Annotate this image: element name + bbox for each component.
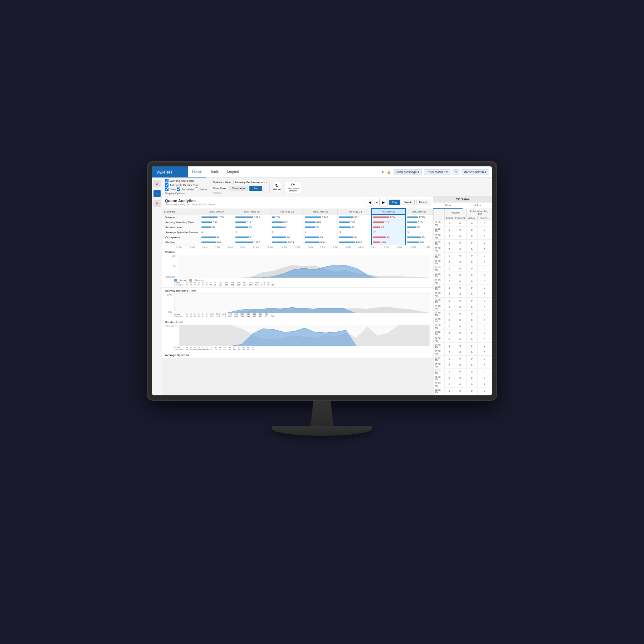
table-row: 03:00 AM 0 0 0 0 [434, 298, 492, 304]
val: 547 [239, 315, 245, 317]
table-row: 05:00 AM 0 0 0 0 [434, 349, 492, 356]
val: 39 [223, 348, 227, 351]
panel-tab-notes[interactable]: Notes [463, 203, 492, 209]
data-checkbox[interactable] [165, 187, 169, 191]
val: 101 [254, 284, 260, 286]
chart-time-axis-header: 12 AM 2 AM 4 AM 6 AM 8 AM 9 AM 10 AM 11 … [162, 245, 433, 249]
refresh-icon: ↻ [382, 170, 385, 174]
vol-actual: 0 [445, 298, 454, 304]
reload-button[interactable]: ↻ Reload [273, 182, 281, 192]
monitor-screen: VERINT Home Tools Legend ↻ 🔒 Send Messag… [152, 166, 492, 395]
next-nav-button[interactable]: ▶ [379, 198, 388, 206]
period-period-btn[interactable]: Period [416, 200, 430, 205]
time-label: 2 AM [190, 246, 195, 249]
time-cell: 02:00 AM [434, 272, 445, 278]
vol-y-min: (Absolute) [165, 275, 176, 278]
admin-button[interactable]: demo2-admin ▾ [462, 169, 489, 175]
row-label-volume: Volume [162, 215, 200, 220]
recalculate-button[interactable]: ⟳ Recalculate Statistics [284, 181, 302, 193]
row-label-sl: Service Level [162, 225, 200, 230]
aht-wed: 518 [303, 220, 338, 225]
val: 52 [228, 348, 232, 351]
panel-sub-forecast2: Foreca... [477, 216, 492, 220]
nav-tab-home[interactable]: Home [188, 166, 206, 177]
stats-view-dropdown[interactable]: Intraday Performance ▾ [233, 180, 267, 185]
time-label: 4 PM [333, 246, 338, 249]
vol-actual: 0 [445, 246, 454, 253]
campaign-tab-btn[interactable]: Campaign [229, 186, 248, 191]
vol-actual: 0 [445, 388, 454, 394]
sidebar-campaign-icon[interactable]: 📢 [153, 180, 161, 187]
sidebar-dates-icon[interactable]: 📅 [153, 200, 161, 207]
summary-checkbox[interactable] [177, 187, 180, 191]
val: 0 [193, 284, 197, 286]
val: 0 [185, 315, 189, 317]
vol-y-max: 100 [165, 255, 176, 257]
panel-sub-time [434, 216, 445, 220]
aht-forecast: 0 [477, 285, 492, 291]
table-row: 12:00 AM 0 0 0 0 [434, 220, 492, 227]
volume-chart-svg [178, 255, 430, 278]
sl-fri: 67 [371, 225, 405, 230]
working-hours-checkbox[interactable] [165, 179, 169, 182]
val: 0 [201, 315, 205, 317]
recalculate-label: Recalculate Statistics [286, 187, 301, 192]
auto-details-checkbox[interactable] [165, 183, 169, 187]
monitor-body: VERINT Home Tools Legend ↻ 🔒 Send Messag… [147, 161, 497, 401]
asa-sat: 3 [405, 230, 433, 235]
val: 27 [209, 284, 213, 286]
panel-data-scroll[interactable]: Volume Activity Handling Time Actual For… [433, 209, 492, 395]
week-period-btn[interactable]: Week [402, 200, 415, 205]
nav-tab-tools[interactable]: Tools [206, 166, 223, 177]
toolbar-divider-1 [210, 182, 210, 192]
table-row: Volume 1534 1825 [162, 215, 433, 220]
row-label-occ: Occupancy [162, 235, 200, 240]
aht-y-mid: 500 [165, 311, 172, 313]
sidebar-queues-icon[interactable]: ≡ [153, 190, 161, 197]
day-period-btn[interactable]: Day [389, 200, 400, 205]
vol-fri2: 1795 [405, 215, 433, 220]
time-cell: 03:45 AM [434, 317, 445, 323]
time-label: 6 AM [215, 246, 220, 249]
time-cell: 03:00 AM [434, 298, 445, 304]
enter-what-if-button[interactable]: Enter What If ▾ [424, 169, 450, 175]
val: 57 [218, 348, 223, 351]
auto-details-label: Automatic Details Pane [170, 184, 199, 187]
val: 91 [209, 348, 213, 351]
trend-checkbox[interactable] [195, 187, 198, 191]
help-button[interactable]: ? [453, 169, 459, 175]
context-label: Context [213, 192, 267, 194]
table-row: 06:15 AM 0 0 0 9 [434, 381, 492, 388]
aht-actual: 0 [466, 240, 477, 246]
val: 36 [241, 348, 246, 351]
vol-forecast: 0 [454, 311, 466, 317]
prev-nav-button[interactable]: ◀ [366, 198, 374, 206]
aht-forecast: 0 [477, 233, 492, 240]
forecast-row-label: Forecast [174, 315, 185, 317]
aht-actual: 0 [466, 311, 477, 317]
aht-actual: 0 [466, 349, 477, 356]
vol-forecast: 0 [454, 291, 466, 298]
panel-tab-data[interactable]: Data [433, 203, 463, 209]
queue-nav: ◀ ● ▶ Day Week Period [366, 198, 430, 206]
panel-sub-actual: Actual [445, 216, 454, 220]
analytics-body: Queue Analytics Tecomm1 | May 24 - May 3… [162, 196, 492, 395]
working-hours-checkbox-row[interactable]: Working hours only [165, 179, 207, 182]
header-right: ↻ 🔒 Send Message ▾ Enter What If ▾ ? dem… [382, 169, 492, 175]
time-cell: 12:45 AM [434, 240, 445, 246]
table-row: 12:30 AM 0 0 0 0 [434, 233, 492, 240]
vol-forecast: 0 [454, 375, 466, 381]
nav-tab-legend[interactable]: Legend [223, 166, 243, 177]
aht-chart-area [174, 293, 430, 313]
vol-tue: 105 [270, 215, 303, 220]
time-label: 10 PM [409, 246, 416, 249]
auto-details-checkbox-row[interactable]: Automatic Details Pane [165, 183, 207, 187]
user-tab-btn[interactable]: User [249, 186, 262, 191]
time-cell: 05:30 AM [434, 362, 445, 369]
display-options-group: Working hours only Automatic Details Pan… [165, 179, 207, 195]
send-message-button[interactable]: Send Message ▾ [393, 169, 422, 175]
aht-actual: 0 [466, 285, 477, 291]
col-mon: Mon, May 25 [234, 209, 270, 215]
panel-data-table: Volume Activity Handling Time Actual For… [433, 209, 492, 395]
time-label: 11 AM [267, 246, 273, 249]
